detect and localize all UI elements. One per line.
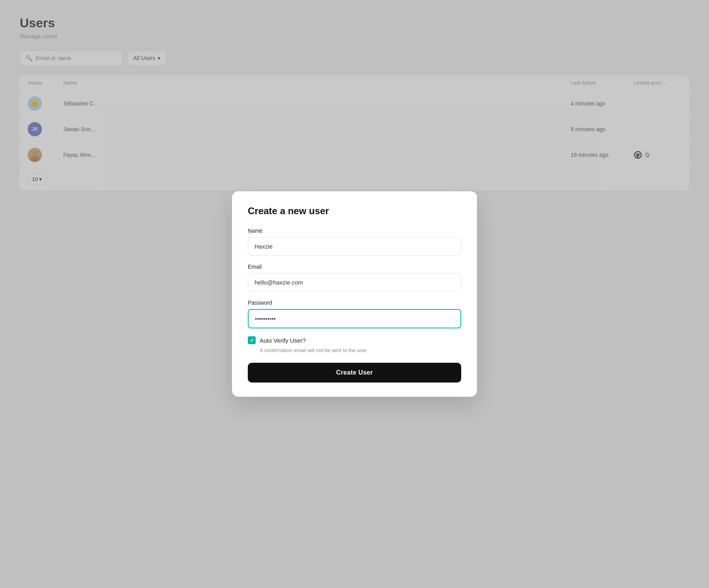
auto-verify-row: ✓ Auto Verify User?	[248, 336, 461, 344]
email-label: Email	[248, 264, 461, 270]
email-input[interactable]	[248, 273, 461, 292]
password-field-group: Password	[248, 300, 461, 328]
check-icon: ✓	[250, 337, 254, 343]
create-user-button[interactable]: Create User	[248, 363, 461, 383]
auto-verify-checkbox[interactable]: ✓	[248, 336, 256, 344]
name-input[interactable]	[248, 237, 461, 256]
name-label: Name	[248, 228, 461, 234]
name-field-group: Name	[248, 228, 461, 256]
auto-verify-label: Auto Verify User?	[260, 337, 306, 344]
modal-title: Create a new user	[248, 205, 461, 217]
password-label: Password	[248, 300, 461, 306]
email-field-group: Email	[248, 264, 461, 292]
auto-verify-help: A confirmation email will not be sent to…	[260, 347, 461, 353]
password-input[interactable]	[248, 309, 461, 328]
modal-overlay[interactable]: Create a new user Name Email Password ✓ …	[0, 0, 709, 588]
modal-dialog: Create a new user Name Email Password ✓ …	[232, 191, 477, 397]
